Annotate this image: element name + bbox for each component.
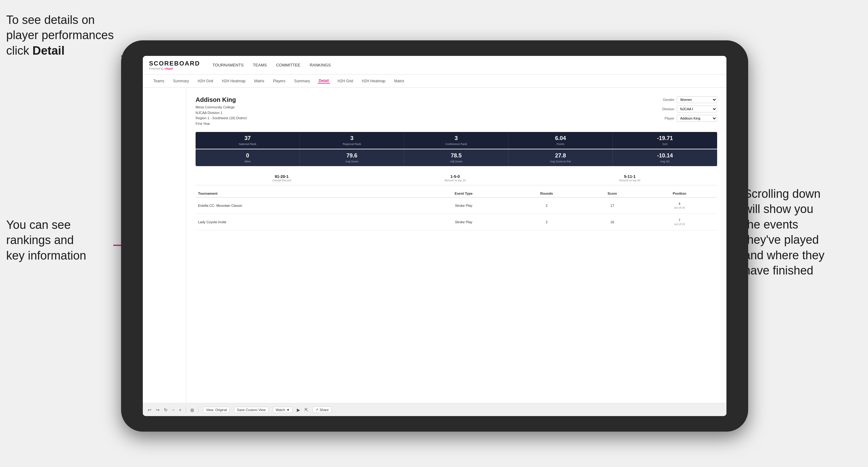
share-icon: ↗: [315, 408, 318, 412]
record-row: 91-20-1 Overall Record 1-5-0 Record vs t…: [195, 171, 717, 185]
nav-items: TOURNAMENTS TEAMS COMMITTEE RANKINGS: [212, 61, 331, 69]
stat-value-avgsg: -10.14: [617, 152, 713, 159]
event-type-2: Stroke Play: [417, 214, 511, 230]
nav-teams[interactable]: TEAMS: [253, 61, 267, 69]
annotation-right-l4: they've played: [744, 233, 819, 246]
col-tournament: Tournament: [195, 190, 397, 197]
player-label: Player: [657, 117, 674, 120]
watch-btn[interactable]: Watch ▼: [273, 407, 293, 413]
stat-label-avgpar: Avg Score to Par: [512, 160, 609, 163]
subnav-h2h-heatmap2[interactable]: H2H Heatmap: [361, 79, 386, 83]
zoom-in-icon[interactable]: +: [179, 407, 181, 412]
subnav-h2h-heatmap[interactable]: H2H Heatmap: [221, 79, 247, 83]
annotation-top-left: To see details on player performances cl…: [6, 12, 124, 58]
stat-value-points: 6.04: [512, 135, 609, 142]
fullscreen-icon[interactable]: ⇱: [305, 407, 308, 412]
record-top50-label: Record vs top 50: [619, 179, 641, 182]
gender-select[interactable]: Women: [677, 96, 717, 103]
stat-regional-rank: 3 Regional Rank: [300, 132, 404, 149]
save-custom-label: Save Custom View: [237, 408, 266, 412]
present-icon[interactable]: ▶: [297, 407, 300, 412]
rounds-2: 2: [510, 214, 583, 230]
nav-tournaments[interactable]: TOURNAMENTS: [212, 61, 243, 69]
refresh-icon[interactable]: ↻: [164, 407, 168, 412]
subnav-matrix[interactable]: Matrix: [253, 79, 266, 83]
annotation-right-l3: the events: [744, 218, 798, 231]
stat-conference-rank: 3 Conference Rank: [404, 132, 508, 149]
nav-committee[interactable]: COMMITTEE: [276, 61, 300, 69]
stats-grid-row1: 37 National Rank 3 Regional Rank 3 Confe…: [195, 132, 717, 149]
record-top25: 1-5-0 Record vs top 25: [444, 174, 466, 182]
zoom-out-icon[interactable]: −: [172, 407, 175, 412]
stat-value-wins: 0: [199, 152, 296, 159]
annotation-bottom-l3: key information: [6, 249, 86, 262]
position-value-2: 7: [679, 218, 681, 222]
subnav-h2h-grid2[interactable]: H2H Grid: [336, 79, 354, 83]
stat-avg-sg: -10.14 Avg SG: [613, 149, 717, 166]
tablet-frame: SCOREBOARD Powered by clippd TOURNAMENTS…: [121, 40, 748, 432]
watch-label: Watch: [276, 408, 285, 412]
stat-avg-par: 27.8 Avg Score to Par: [508, 149, 613, 166]
subnav-h2h-grid[interactable]: H2H Grid: [196, 79, 215, 83]
record-overall-value: 91-20-1: [272, 174, 291, 179]
annotation-right-l2: will show you: [744, 203, 813, 216]
division-select[interactable]: NJCAA I: [677, 105, 717, 113]
col-score: Score: [583, 190, 642, 197]
subnav-summary[interactable]: Summary: [172, 79, 190, 83]
tournament-name-1: Estella CC- Mountain Classic: [195, 197, 397, 214]
player-region: Region 1 - Southwest (18) District: [195, 116, 247, 121]
stat-value-regional: 3: [304, 135, 400, 142]
position-sub-2: out of 20: [674, 223, 685, 226]
subnav-detail[interactable]: Detail: [318, 79, 330, 84]
view-original-btn[interactable]: View: Original: [203, 407, 230, 413]
stat-label-sos: SoS: [617, 143, 713, 146]
record-top50: 5-11-1 Record vs top 50: [619, 174, 641, 182]
undo-icon[interactable]: ↩: [148, 407, 152, 412]
subnav-summary2[interactable]: Summary: [293, 79, 311, 83]
score-1: 17: [583, 197, 642, 214]
spacer-2: [397, 214, 416, 230]
division-label: Division: [657, 107, 674, 111]
clock-icon[interactable]: ◍: [190, 407, 194, 412]
stat-adj-score: 78.5 Adj Score: [404, 149, 508, 166]
player-name: Addison King: [195, 96, 247, 103]
player-header: Addison King Mesa Community College NJCA…: [195, 96, 717, 126]
position-sub-1: out of 20: [674, 206, 685, 209]
player-filter-row: Player Addison King: [657, 115, 717, 122]
filter-controls: Gender Women Division NJCAA I: [657, 96, 717, 126]
stat-avg-score: 79.6 Avg Score: [300, 149, 404, 166]
position-value-1: 4: [679, 202, 681, 206]
share-label: Share: [319, 408, 329, 412]
sidebar-area: [143, 88, 186, 403]
redo-icon[interactable]: ↪: [156, 407, 160, 412]
stat-label-wins: Wins: [199, 160, 296, 163]
annotation-right-l6: have finished: [744, 264, 813, 277]
stat-sos: -19.71 SoS: [613, 132, 717, 149]
subnav-players[interactable]: Players: [272, 79, 286, 83]
stat-value-adjscore: 78.5: [408, 152, 504, 159]
col-position: Position: [642, 190, 717, 197]
save-custom-btn[interactable]: Save Custom View: [234, 407, 269, 413]
toolbar: ↩ ↪ ↻ − + ◍ View: Original Save Custom V…: [143, 403, 726, 416]
stat-label-national: National Rank: [199, 143, 296, 146]
annotation-bottom-l2: rankings and: [6, 234, 74, 247]
subnav-matrix2[interactable]: Matrix: [393, 79, 406, 83]
gender-label: Gender: [657, 98, 674, 101]
share-btn[interactable]: ↗ Share: [313, 406, 331, 413]
spacer-1: [397, 197, 416, 214]
toolbar-divider-1: [186, 407, 186, 413]
player-select[interactable]: Addison King: [677, 115, 717, 122]
annotation-bold: Detail: [32, 44, 64, 57]
annotation-right-l5: and where they: [744, 249, 825, 262]
toolbar-divider-2: [198, 407, 199, 413]
subnav-teams[interactable]: Teams: [152, 79, 165, 83]
stat-label-conference: Conference Rank: [408, 143, 504, 146]
record-top25-value: 1-5-0: [444, 174, 466, 179]
player-year: First Year: [195, 121, 247, 127]
nav-rankings[interactable]: RANKINGS: [310, 61, 331, 69]
record-top25-label: Record vs top 25: [444, 179, 466, 182]
record-top50-value: 5-11-1: [619, 174, 641, 179]
player-info: Addison King Mesa Community College NJCA…: [195, 96, 247, 126]
stat-wins: 0 Wins: [195, 149, 300, 166]
logo-scoreboard: SCOREBOARD: [149, 60, 200, 67]
